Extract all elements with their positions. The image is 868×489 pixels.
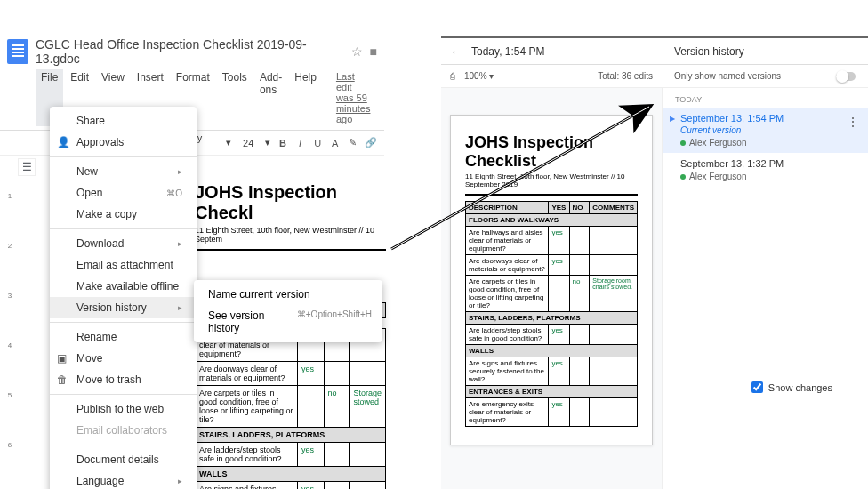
menu-tools[interactable]: Tools bbox=[217, 69, 253, 126]
checklist-table-right: DESCRIPTION YES NO COMMENTS FLOORS AND W… bbox=[465, 201, 638, 427]
version-history-sidebar: TODAY ▶ September 13, 1:54 PM Current ve… bbox=[662, 88, 868, 489]
trash-icon: 🗑 bbox=[57, 373, 68, 386]
menu-item-rename[interactable]: Rename bbox=[50, 326, 197, 348]
col-desc: DESCRIPTION bbox=[466, 202, 549, 214]
highlight-button[interactable]: ✎ bbox=[347, 137, 358, 148]
vh-panel-title: Version history bbox=[662, 45, 868, 58]
star-icon[interactable]: ☆ bbox=[351, 44, 363, 59]
print-icon[interactable]: ⎙ bbox=[450, 71, 455, 81]
menu-item-make-copy[interactable]: Make a copy bbox=[50, 204, 197, 225]
collapse-icon[interactable]: ▶ bbox=[670, 115, 675, 123]
vh-toolbar: ⎙ 100% ▾ Total: 36 edits Only show named… bbox=[441, 65, 868, 88]
outline-icon[interactable]: ☰ bbox=[18, 158, 36, 176]
submenu-name-current-version[interactable]: Name current version bbox=[194, 284, 382, 305]
zoom-select[interactable]: 100% ▾ bbox=[464, 71, 494, 81]
doc-subtitle: 11 Eighth Street, 10th floor, New Westmi… bbox=[465, 172, 638, 188]
menu-item-email-attachment[interactable]: Email as attachment bbox=[50, 254, 197, 276]
version-author: Alex Ferguson bbox=[680, 172, 856, 181]
chevron-right-icon: ▸ bbox=[178, 303, 182, 312]
menu-item-download[interactable]: Download▸ bbox=[50, 233, 197, 254]
doc-title[interactable]: CGLC Head Office Inspection Checklist 20… bbox=[36, 37, 344, 66]
version-history-window: ← Today, 1:54 PM Version history ⎙ 100% … bbox=[441, 36, 868, 489]
insert-link-button[interactable]: 🔗 bbox=[365, 137, 377, 148]
document-preview-right: JOHS Inspection Checklist 11 Eighth Stre… bbox=[450, 115, 653, 445]
show-changes-label: Show changes bbox=[768, 382, 832, 393]
version-history-submenu: Name current version See version history… bbox=[194, 280, 382, 342]
menu-item-open[interactable]: Open⌘O bbox=[50, 182, 197, 204]
file-menu-dropdown: Share 👤Approvals New▸ Open⌘O Make a copy… bbox=[50, 107, 197, 489]
show-changes-checkbox[interactable]: Show changes bbox=[751, 381, 832, 393]
col-no: NO bbox=[569, 202, 590, 214]
bold-button[interactable]: B bbox=[277, 138, 288, 148]
only-named-toggle[interactable] bbox=[836, 72, 856, 81]
col-yes: YES bbox=[549, 202, 569, 214]
google-docs-window: CGLC Head Office Inspection Checklist 20… bbox=[0, 36, 384, 489]
current-version-label: Current version bbox=[680, 125, 856, 135]
folder-icon[interactable]: ■ bbox=[370, 44, 377, 59]
menu-item-offline[interactable]: Make available offline bbox=[50, 276, 197, 297]
vh-document-area: JOHS Inspection Checklist 11 Eighth Stre… bbox=[441, 88, 662, 489]
folder-icon: ▣ bbox=[57, 352, 67, 365]
menu-help[interactable]: Help bbox=[289, 69, 322, 126]
version-item[interactable]: September 13, 1:32 PM Alex Ferguson bbox=[663, 153, 868, 187]
menu-item-share[interactable]: Share bbox=[50, 110, 197, 132]
version-name: September 13, 1:32 PM bbox=[680, 158, 856, 169]
menu-item-document-details[interactable]: Document details bbox=[50, 449, 197, 470]
submenu-see-version-history[interactable]: See version history⌘+Option+Shift+H bbox=[194, 305, 382, 339]
version-item-current[interactable]: ▶ September 13, 1:54 PM Current version … bbox=[663, 108, 868, 153]
underline-button[interactable]: U bbox=[312, 138, 323, 148]
font-size[interactable]: 24 bbox=[238, 135, 258, 151]
italic-button[interactable]: I bbox=[295, 138, 306, 148]
menu-item-email-collaborators: Email collaborators bbox=[50, 420, 197, 441]
doc-heading: JOHS Inspection Checkl bbox=[195, 182, 386, 223]
menu-item-new[interactable]: New▸ bbox=[50, 161, 197, 182]
only-named-label: Only show named versions bbox=[674, 71, 781, 81]
doc-subtitle: 11 Eighth Street, 10th floor, New Westmi… bbox=[195, 226, 386, 244]
text-color-button[interactable]: A bbox=[330, 138, 341, 148]
back-arrow-icon[interactable]: ← bbox=[450, 44, 462, 59]
menu-item-approvals[interactable]: 👤Approvals bbox=[50, 132, 197, 153]
chevron-right-icon: ▸ bbox=[178, 477, 182, 485]
show-changes-input[interactable] bbox=[751, 381, 763, 393]
chevron-right-icon: ▸ bbox=[178, 239, 182, 248]
chevron-right-icon: ▸ bbox=[178, 167, 182, 176]
vertical-ruler: 1234567 bbox=[5, 142, 14, 489]
menu-item-move[interactable]: ▣Move bbox=[50, 348, 197, 369]
menu-item-publish[interactable]: Publish to the web bbox=[50, 398, 197, 420]
today-label: TODAY bbox=[663, 88, 868, 108]
menu-item-trash[interactable]: 🗑Move to trash bbox=[50, 369, 197, 390]
doc-header: CGLC Head Office Inspection Checklist 20… bbox=[0, 36, 384, 68]
more-options-icon[interactable]: ⋮ bbox=[847, 115, 859, 129]
vh-header: ← Today, 1:54 PM Version history bbox=[441, 38, 868, 65]
version-author: Alex Ferguson bbox=[680, 138, 856, 148]
doc-heading: JOHS Inspection Checklist bbox=[465, 133, 638, 171]
menu-item-language[interactable]: Language▸ bbox=[50, 470, 197, 489]
vh-timestamp: Today, 1:54 PM bbox=[471, 45, 545, 58]
menu-item-version-history[interactable]: Version history▸ bbox=[50, 297, 197, 318]
person-icon: 👤 bbox=[57, 136, 70, 148]
total-edits: Total: 36 edits bbox=[598, 71, 653, 81]
col-comments: COMMENTS bbox=[590, 202, 638, 214]
last-edit-link[interactable]: Last edit was 59 minutes ago bbox=[331, 69, 376, 126]
version-name: September 13, 1:54 PM bbox=[680, 113, 856, 124]
docs-logo-icon[interactable] bbox=[7, 39, 28, 64]
menu-addons[interactable]: Add-ons bbox=[254, 69, 287, 126]
